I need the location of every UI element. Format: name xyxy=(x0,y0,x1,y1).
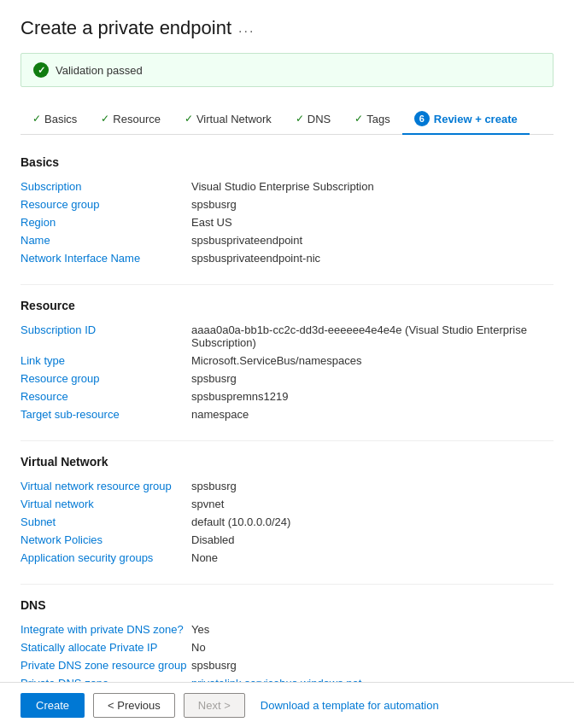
field-sub-id: Subscription ID aaaa0a0a-bb1b-cc2c-dd3d-… xyxy=(20,321,554,352)
tab-basics-check: ✓ xyxy=(32,113,41,125)
field-rg-value: spsbusrg xyxy=(191,198,554,211)
next-button: Next > xyxy=(184,693,245,718)
previous-button[interactable]: < Previous xyxy=(93,693,175,718)
field-vnet-value: spvnet xyxy=(191,498,554,510)
tab-basics-label: Basics xyxy=(44,113,77,125)
basics-section: Basics Subscription Visual Studio Enterp… xyxy=(20,155,554,267)
vnet-section-title: Virtual Network xyxy=(20,455,554,469)
field-name-label[interactable]: Name xyxy=(20,234,191,247)
field-subnet-value: default (10.0.0.0/24) xyxy=(191,515,554,528)
field-region: Region East US xyxy=(20,213,554,231)
resource-section-title: Resource xyxy=(20,299,554,312)
dns-section-title: DNS xyxy=(20,598,554,612)
field-vnet-rg-label[interactable]: Virtual network resource group xyxy=(20,480,191,492)
field-resource-group: Resource group spsbusrg xyxy=(20,195,554,213)
validation-success-icon xyxy=(33,62,49,78)
field-nic-value: spsbusprivateendpoint-nic xyxy=(191,252,554,265)
basics-section-title: Basics xyxy=(20,155,554,169)
field-vnet-label[interactable]: Virtual network xyxy=(20,498,191,510)
create-button[interactable]: Create xyxy=(20,693,85,718)
tab-tags-check: ✓ xyxy=(354,113,363,125)
tab-vnet-label: Virtual Network xyxy=(196,113,272,125)
field-app-security-groups: Application security groups None xyxy=(20,549,554,567)
field-resource-label[interactable]: Resource xyxy=(20,390,191,403)
field-integrate-dns: Integrate with private DNS zone? Yes xyxy=(20,620,554,638)
divider-2 xyxy=(20,440,554,441)
tab-review-label: Review + create xyxy=(434,113,518,125)
field-target-sub: Target sub-resource namespace xyxy=(20,405,554,423)
field-integrate-dns-value: Yes xyxy=(191,623,554,636)
tab-dns-label: DNS xyxy=(308,113,331,125)
field-res-rg-value: spsbusrg xyxy=(191,372,554,385)
tab-tags[interactable]: ✓ Tags xyxy=(343,106,401,134)
field-region-label[interactable]: Region xyxy=(20,216,191,229)
page-title: Create a private endpoint xyxy=(20,17,231,39)
tab-tags-label: Tags xyxy=(366,113,390,125)
field-dns-rg-value: spsbusrg xyxy=(191,659,554,672)
tab-resource-check: ✓ xyxy=(101,113,109,125)
field-vnet: Virtual network spvnet xyxy=(20,495,554,513)
field-integrate-dns-label[interactable]: Integrate with private DNS zone? xyxy=(20,623,191,636)
validation-banner: Validation passed xyxy=(20,53,554,87)
field-resource-value: spsbuspremns1219 xyxy=(191,390,554,403)
field-subscription: Subscription Visual Studio Enterprise Su… xyxy=(20,178,554,195)
field-sub-id-label[interactable]: Subscription ID xyxy=(20,323,191,336)
field-subnet-label[interactable]: Subnet xyxy=(20,515,191,528)
vnet-section: Virtual Network Virtual network resource… xyxy=(20,455,554,567)
field-static-ip: Statically allocate Private IP No xyxy=(20,638,554,656)
field-subscription-value: Visual Studio Enterprise Subscription xyxy=(191,180,554,193)
tabs-row: ✓ Basics ✓ Resource ✓ Virtual Network ✓ … xyxy=(20,104,554,135)
page-title-ellipsis: ... xyxy=(238,20,255,36)
field-subscription-label[interactable]: Subscription xyxy=(20,180,191,193)
field-dns-rg-label[interactable]: Private DNS zone resource group xyxy=(20,659,191,672)
resource-section: Resource Subscription ID aaaa0a0a-bb1b-c… xyxy=(20,299,554,423)
field-link-type-label[interactable]: Link type xyxy=(20,354,191,367)
tab-dns[interactable]: ✓ DNS xyxy=(284,106,343,134)
field-name: Name spsbusprivateendpoint xyxy=(20,231,554,249)
field-nic-name: Network Interface Name spsbusprivateendp… xyxy=(20,249,554,267)
tab-dns-check: ✓ xyxy=(296,113,304,125)
field-network-policies-label[interactable]: Network Policies xyxy=(20,533,191,546)
field-static-ip-value: No xyxy=(191,641,554,654)
field-resource: Resource spsbuspremns1219 xyxy=(20,387,554,405)
field-target-sub-label[interactable]: Target sub-resource xyxy=(20,408,191,421)
dns-section: DNS Integrate with private DNS zone? Yes… xyxy=(20,598,554,692)
field-dns-rg: Private DNS zone resource group spsbusrg xyxy=(20,656,554,674)
field-subnet: Subnet default (10.0.0.0/24) xyxy=(20,513,554,531)
footer: Create < Previous Next > Download a temp… xyxy=(0,682,574,728)
field-vnet-rg: Virtual network resource group spsbusrg xyxy=(20,477,554,495)
tab-virtual-network[interactable]: ✓ Virtual Network xyxy=(173,106,284,134)
tab-resource[interactable]: ✓ Resource xyxy=(89,106,173,134)
field-link-type-value: Microsoft.ServiceBus/namespaces xyxy=(191,354,554,367)
tab-review-number: 6 xyxy=(414,111,430,126)
tab-resource-label: Resource xyxy=(113,113,161,125)
tab-vnet-check: ✓ xyxy=(184,113,193,125)
field-res-rg-label[interactable]: Resource group xyxy=(20,372,191,385)
field-target-sub-value: namespace xyxy=(191,408,554,421)
tab-basics[interactable]: ✓ Basics xyxy=(20,106,89,134)
field-res-rg: Resource group spsbusrg xyxy=(20,370,554,387)
automation-link[interactable]: Download a template for automation xyxy=(261,699,439,712)
field-network-policies: Network Policies Disabled xyxy=(20,531,554,549)
field-name-value: spsbusprivateendpoint xyxy=(191,234,554,247)
tab-review-create[interactable]: 6 Review + create xyxy=(402,104,530,135)
field-network-policies-value: Disabled xyxy=(191,533,554,546)
divider-3 xyxy=(20,584,554,585)
divider-1 xyxy=(20,284,554,285)
field-rg-label[interactable]: Resource group xyxy=(20,198,191,211)
field-region-value: East US xyxy=(191,216,554,229)
field-nic-label[interactable]: Network Interface Name xyxy=(20,252,191,265)
field-vnet-rg-value: spsbusrg xyxy=(191,480,554,492)
content-area: Basics Subscription Visual Studio Enterp… xyxy=(20,155,554,728)
field-asg-value: None xyxy=(191,551,554,564)
field-static-ip-label[interactable]: Statically allocate Private IP xyxy=(20,641,191,654)
field-link-type: Link type Microsoft.ServiceBus/namespace… xyxy=(20,352,554,370)
field-sub-id-value: aaaa0a0a-bb1b-cc2c-dd3d-eeeeee4e4e4e (Vi… xyxy=(191,323,554,349)
validation-text: Validation passed xyxy=(56,64,143,77)
field-asg-label[interactable]: Application security groups xyxy=(20,551,191,564)
